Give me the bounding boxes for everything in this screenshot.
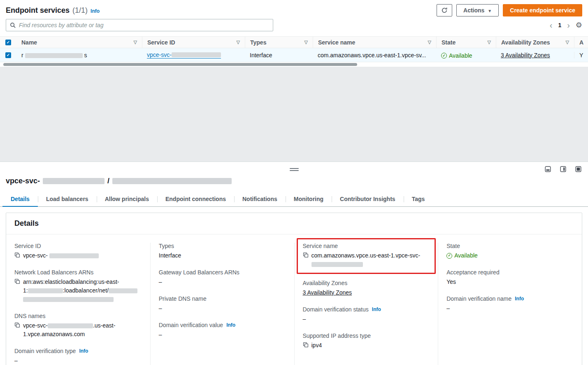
- column-header-types[interactable]: Types ▽: [245, 37, 313, 48]
- tab-load-balancers[interactable]: Load balancers: [38, 192, 97, 206]
- info-link[interactable]: Info: [372, 307, 381, 312]
- panel-resize-handle[interactable]: [290, 168, 299, 171]
- row-service-name-cell: com.amazonaws.vpce.us-east-1.vpce-sv...: [313, 52, 436, 58]
- service-id-value-prefix: vpce-svc-: [23, 252, 48, 259]
- search-box[interactable]: [6, 19, 273, 31]
- column-header-name[interactable]: Name ▽: [16, 37, 142, 48]
- service-name-text: com.amazonaws.vpce.us-east-1.vpce-svc-: [311, 252, 421, 259]
- filter-icon[interactable]: ▽: [237, 40, 240, 45]
- field-dns-names: DNS names vpce-svc-.us-east- 1.vpce.amaz…: [14, 313, 142, 339]
- field-domain-verification-type: Domain verification type Info –: [14, 348, 142, 365]
- state-label: Available: [454, 251, 478, 260]
- column-header-service-id[interactable]: Service ID ▽: [142, 37, 245, 48]
- types-value: Interface: [159, 251, 286, 260]
- field-domain-verification-status: Domain verification status Info –: [303, 306, 430, 323]
- tab-allow-principals[interactable]: Allow principals: [97, 192, 157, 206]
- field-nlb-arns: Network Load Balancers ARNs arn:aws:elas…: [14, 269, 142, 304]
- redacted-text: [109, 288, 137, 293]
- filter-icon[interactable]: ▽: [134, 40, 137, 45]
- row-select-cell: ✓: [0, 52, 16, 58]
- endpoint-services-list-section: Endpoint services (1/1) Info Actions ▼ C…: [0, 0, 588, 67]
- create-endpoint-service-button[interactable]: Create endpoint service: [503, 4, 582, 16]
- info-link[interactable]: Info: [226, 322, 235, 328]
- copy-icon[interactable]: [303, 251, 309, 258]
- page-next-icon[interactable]: ›: [567, 21, 570, 29]
- field-supported-ip-type: Supported IP address type ipv4: [303, 332, 430, 350]
- horizontal-scrollbar[interactable]: [0, 62, 588, 67]
- service-id-link[interactable]: vpce-svc-: [147, 51, 221, 58]
- filter-icon[interactable]: ▽: [566, 40, 569, 45]
- details-column-4: State ✓ Available Acceptance required Ye…: [438, 243, 582, 365]
- filter-icon[interactable]: ▽: [304, 40, 308, 45]
- check-circle-icon: ✓: [446, 253, 452, 259]
- column-label-types: Types: [250, 39, 266, 46]
- column-header-availability-zones[interactable]: Availability Zones ▽: [496, 37, 574, 48]
- nlb-arn-value: arn:aws:elasticloadbalancing:us-east- 1:…: [23, 278, 137, 304]
- info-link[interactable]: Info: [91, 8, 100, 14]
- field-label: State: [446, 243, 574, 249]
- page-prev-icon[interactable]: ‹: [550, 21, 553, 29]
- field-label: Domain verification status: [303, 306, 369, 313]
- redacted-text: [23, 297, 114, 302]
- column-label-service-id: Service ID: [147, 39, 175, 46]
- info-link[interactable]: Info: [515, 296, 524, 302]
- redacted-text: [172, 52, 221, 57]
- table-row[interactable]: ✓ r s vpce-svc- Interface com.amazonaws.…: [0, 48, 588, 62]
- row-truncated-cell: Y: [574, 52, 588, 58]
- tab-contributor-insights[interactable]: Contributor Insights: [332, 192, 404, 206]
- row-service-id-cell: vpce-svc-: [142, 51, 245, 58]
- settings-gear-icon[interactable]: ⚙: [576, 21, 582, 30]
- empty-value-dash: –: [159, 278, 286, 286]
- background-gap: [0, 67, 588, 161]
- row-availability-zones-cell: 3 Availability Zones: [496, 52, 574, 58]
- tab-notifications[interactable]: Notifications: [234, 192, 286, 206]
- redacted-text: [48, 323, 93, 328]
- actions-button[interactable]: Actions ▼: [456, 4, 499, 16]
- layout-full-icon[interactable]: [575, 166, 581, 172]
- info-link[interactable]: Info: [79, 348, 88, 354]
- column-header-state[interactable]: State ▽: [436, 37, 496, 48]
- filter-icon[interactable]: ▽: [428, 40, 431, 45]
- layout-side-icon[interactable]: [560, 166, 566, 172]
- field-private-dns-name: Private DNS name –: [159, 295, 286, 313]
- copy-icon[interactable]: [303, 341, 309, 348]
- row-name-fragment: r: [21, 52, 23, 58]
- page-number[interactable]: 1: [558, 22, 561, 28]
- field-label: Acceptance required: [446, 269, 574, 276]
- row-checkbox[interactable]: ✓: [5, 52, 11, 58]
- redacted-text: [112, 178, 232, 184]
- availability-zones-link[interactable]: 3 Availability Zones: [303, 288, 352, 297]
- check-circle-icon: ✓: [441, 53, 447, 58]
- service-id-prefix: vpce-svc-: [147, 51, 172, 58]
- panel-layout-controls: [545, 166, 581, 172]
- copy-icon[interactable]: [14, 251, 20, 258]
- column-header-truncated[interactable]: A: [574, 37, 588, 48]
- row-name-cell: r s: [16, 52, 142, 58]
- actions-button-label: Actions: [463, 7, 484, 14]
- filter-icon[interactable]: ▽: [488, 40, 491, 45]
- tab-details[interactable]: Details: [2, 192, 38, 206]
- refresh-button[interactable]: [437, 4, 452, 16]
- empty-value-dash: –: [159, 330, 286, 339]
- acceptance-value: Yes: [446, 278, 574, 286]
- field-label: Supported IP address type: [303, 332, 430, 339]
- details-column-1: Service ID vpce-svc- Network Load Balanc…: [6, 243, 150, 365]
- tab-monitoring[interactable]: Monitoring: [286, 192, 332, 206]
- select-all-checkbox[interactable]: ✓: [5, 40, 11, 45]
- field-types: Types Interface: [159, 243, 286, 260]
- dns-names-value: vpce-svc-.us-east- 1.vpce.amazonaws.com: [23, 321, 115, 339]
- tab-tags[interactable]: Tags: [404, 192, 433, 206]
- state-label: Available: [449, 52, 472, 59]
- column-header-service-name[interactable]: Service name ▽: [313, 37, 436, 48]
- availability-zones-link[interactable]: 3 Availability Zones: [501, 52, 550, 58]
- copy-icon[interactable]: [14, 321, 20, 328]
- field-label: Domain verification type: [14, 348, 76, 354]
- field-label: Domain verification value: [159, 322, 223, 328]
- page-count: (1/1): [72, 6, 88, 15]
- scrollbar-thumb[interactable]: [3, 63, 357, 66]
- copy-icon[interactable]: [14, 278, 20, 284]
- search-input[interactable]: [19, 22, 269, 28]
- empty-value-dash: –: [14, 356, 142, 365]
- tab-endpoint-connections[interactable]: Endpoint connections: [157, 192, 234, 206]
- layout-bottom-icon[interactable]: [545, 166, 551, 172]
